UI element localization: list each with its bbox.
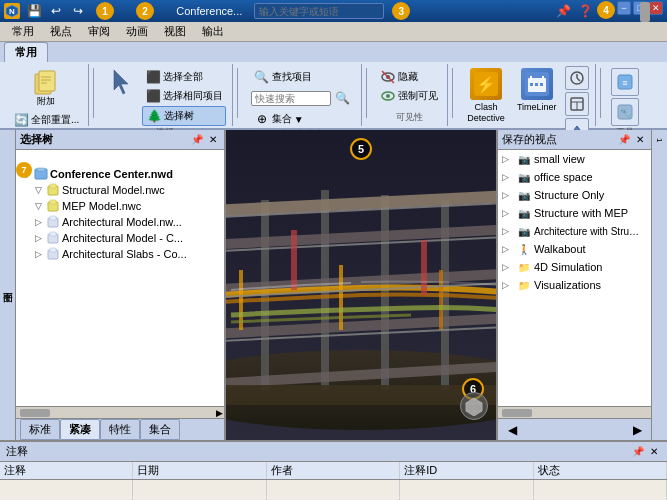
- expand-small-view[interactable]: ▷: [502, 154, 514, 164]
- expand-structure-mep[interactable]: ▷: [502, 208, 514, 218]
- ribbon-tab-home[interactable]: 常用: [4, 42, 48, 62]
- left-side-label: 平面图: [0, 130, 16, 440]
- undo-btn[interactable]: ↩: [46, 1, 66, 21]
- menu-viewpoint[interactable]: 视点: [42, 22, 80, 41]
- select-tree-icon: 🌲: [146, 108, 162, 124]
- panel-pin-btn[interactable]: 📌: [190, 133, 204, 147]
- col-date-label: 日期: [137, 463, 159, 478]
- tree-item-arch2[interactable]: ▷ Architectural Model - C...: [30, 230, 222, 246]
- tab-standard[interactable]: 标准: [20, 419, 60, 440]
- tab-collections[interactable]: 集合: [140, 419, 180, 440]
- svg-rect-58: [421, 240, 427, 295]
- force-visible-label: 强制可见: [398, 89, 438, 103]
- views-prev-btn[interactable]: ◀: [502, 420, 522, 440]
- ribbon-content: 附加 🔄 全部重置... 📁 文件选项 项目: [0, 62, 667, 128]
- view-item-visualizations[interactable]: ▷ 📁 Visualizations: [498, 276, 651, 294]
- tool1-btn[interactable]: [565, 66, 589, 90]
- tree-expand-mep[interactable]: ▽: [32, 200, 44, 212]
- select-all-icon: ⬛: [145, 69, 161, 85]
- find-item-btn[interactable]: 🔍 查找项目: [251, 68, 353, 86]
- tree-expand-structural[interactable]: ▽: [32, 184, 44, 196]
- merge-dropdown-icon: ▼: [294, 114, 304, 125]
- step5-badge: 5: [350, 138, 372, 160]
- view-item-4d-sim[interactable]: ▷ 📁 4D Simulation: [498, 258, 651, 276]
- right-panel-pin-btn[interactable]: 📌: [617, 133, 631, 147]
- tree-expand-arch2[interactable]: ▷: [32, 232, 44, 244]
- expand-arch-structure[interactable]: ▷: [502, 226, 514, 236]
- expand-structure-only[interactable]: ▷: [502, 190, 514, 200]
- tree-item-mep[interactable]: ▽ MEP Model.nwc: [30, 198, 222, 214]
- save-btn[interactable]: 💾: [24, 1, 44, 21]
- tree-item-structural[interactable]: ▽ Structural Model.nwc: [30, 182, 222, 198]
- ribbon-sep-1: [93, 68, 94, 118]
- empty-cell: [267, 480, 400, 497]
- view-item-walkabout[interactable]: ▷ 🚶 Walkabout: [498, 240, 651, 258]
- step3-badge: 3: [392, 2, 410, 20]
- tab-compact[interactable]: 紧凑: [60, 419, 100, 440]
- attach-label: 附加: [37, 96, 55, 107]
- expand-walkabout[interactable]: ▷: [502, 244, 514, 254]
- svg-rect-37: [50, 200, 56, 204]
- menu-review[interactable]: 审阅: [80, 22, 118, 41]
- tree-item-arch-slabs[interactable]: ▷ Architectural Slabs - Co...: [30, 246, 222, 262]
- ribbon-tabs: 常用: [0, 42, 667, 62]
- view-item-office-space[interactable]: ▷ 📷 office space: [498, 168, 651, 186]
- timeliner-btn[interactable]: TimeLiner: [513, 66, 561, 115]
- view-item-arch-structure[interactable]: ▷ 📷 Architecture with Structu...: [498, 222, 651, 240]
- pin-icon[interactable]: 📌: [553, 1, 573, 21]
- tab-properties[interactable]: 特性: [100, 419, 140, 440]
- attach-btn[interactable]: 附加: [28, 66, 64, 109]
- expand-visualizations[interactable]: ▷: [502, 280, 514, 290]
- view-icon-structure-mep: 📷: [517, 206, 531, 220]
- refresh-all-btn[interactable]: 🔄 全部重置...: [10, 111, 82, 129]
- col-date: 日期: [133, 462, 266, 479]
- select-all-btn[interactable]: ⬛ 选择全部: [142, 68, 226, 86]
- svg-text:N: N: [9, 7, 15, 16]
- search-go-btn[interactable]: 🔍: [333, 88, 353, 108]
- view-item-small-view[interactable]: ▷ 📷 small view: [498, 150, 651, 168]
- menu-view[interactable]: 视图: [156, 22, 194, 41]
- center-viewport[interactable]: 5 6: [226, 130, 496, 440]
- tree-expand-arch1[interactable]: ▷: [32, 216, 44, 228]
- nav-cube[interactable]: [460, 392, 488, 420]
- menu-animation[interactable]: 动画: [118, 22, 156, 41]
- tool-b-btn[interactable]: 🔧: [611, 98, 639, 126]
- mep-file-icon: [46, 199, 60, 213]
- hide-btn[interactable]: 隐藏: [377, 68, 441, 86]
- minimize-btn[interactable]: −: [617, 1, 631, 15]
- select-same-icon: ⬛: [145, 88, 161, 104]
- select-same-btn[interactable]: ⬛ 选择相同项目: [142, 87, 226, 105]
- redo-btn[interactable]: ↪: [68, 1, 88, 21]
- timeliner-label: TimeLiner: [517, 102, 557, 113]
- tree-hscrollbar[interactable]: ▶: [16, 406, 224, 418]
- panel-close-btn[interactable]: ✕: [206, 133, 220, 147]
- select-arrow-btn[interactable]: [104, 66, 140, 98]
- step7-badge: 7: [16, 162, 32, 178]
- view-item-structure-mep[interactable]: ▷ 📷 Structure with MEP: [498, 204, 651, 222]
- search-input[interactable]: [254, 3, 384, 19]
- svg-rect-20: [535, 83, 538, 86]
- tree-item-arch1[interactable]: ▷ Architectural Model.nw...: [30, 214, 222, 230]
- force-visible-btn[interactable]: 强制可见: [377, 87, 441, 105]
- menu-output[interactable]: 输出: [194, 22, 232, 41]
- tree-expand-arch-slabs[interactable]: ▷: [32, 248, 44, 260]
- expand-4d-sim[interactable]: ▷: [502, 262, 514, 272]
- expand-office-space[interactable]: ▷: [502, 172, 514, 182]
- view-item-structure-only[interactable]: ▷ 📷 Structure Only: [498, 186, 651, 204]
- select-tree-btn[interactable]: 🌲 选择树: [142, 106, 226, 126]
- merge-btn[interactable]: ⊕ 集合 ▼: [251, 110, 353, 128]
- menu-common[interactable]: 常用: [4, 22, 42, 41]
- views-hscrollbar[interactable]: [498, 406, 651, 418]
- far-right-scroll[interactable]: 1: [655, 138, 664, 142]
- tree-item-conference[interactable]: ▽ Conference Center.nwd: [18, 166, 222, 182]
- clash-detective-btn[interactable]: ⚡ Clash Detective: [463, 66, 509, 126]
- annotation-vscrollbar[interactable]: [639, 462, 651, 500]
- annotation-header: 注释 📌 ✕: [0, 442, 667, 462]
- help-icon[interactable]: ❓: [575, 1, 595, 21]
- view-icon-small: 📷: [517, 152, 531, 166]
- tool-a-btn[interactable]: ≡: [611, 68, 639, 96]
- tool2-btn[interactable]: [565, 92, 589, 116]
- quick-search-input[interactable]: [251, 91, 331, 106]
- close-btn[interactable]: ✕: [649, 1, 663, 15]
- annotation-panel: 注释 📌 ✕ 注释 日期 作者 注释ID 状态: [0, 440, 667, 500]
